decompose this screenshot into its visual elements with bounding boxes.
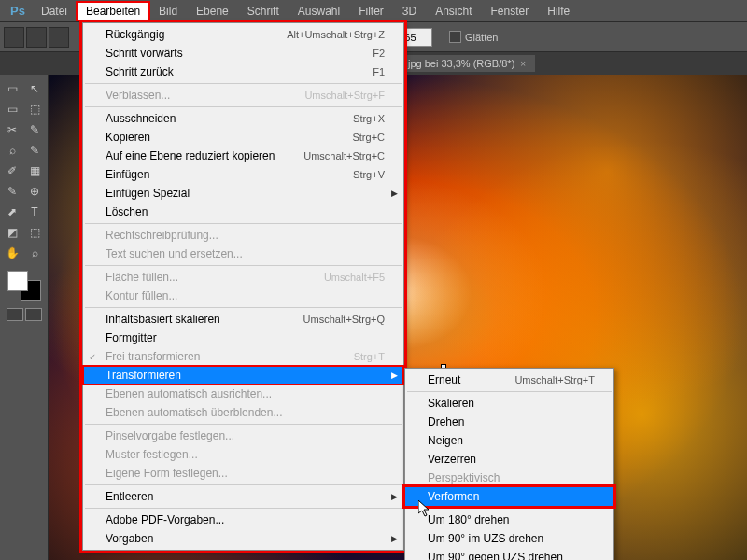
menu-item-label: Frei transformieren bbox=[106, 350, 200, 363]
tool-button[interactable]: ✐ bbox=[2, 161, 22, 181]
menu-shortcut: Umschalt+Strg+C bbox=[303, 150, 385, 161]
tool-button[interactable]: ✂ bbox=[2, 119, 22, 140]
menu-item-label: Löschen bbox=[106, 205, 148, 218]
menu-shortcut: F1 bbox=[373, 66, 385, 77]
submenu-item[interactable]: Verzerren bbox=[405, 450, 613, 469]
tool-button[interactable]: ✎ bbox=[24, 119, 45, 140]
menu-item: Text suchen und ersetzen... bbox=[83, 245, 403, 263]
option-icon[interactable] bbox=[26, 27, 47, 48]
menu-separator bbox=[85, 508, 402, 509]
submenu-item[interactable]: Um 90° gegen UZS drehen bbox=[405, 548, 613, 560]
color-swatches[interactable] bbox=[2, 271, 46, 301]
menu-shortcut: Strg+X bbox=[353, 113, 385, 124]
menu-item[interactable]: Einfügen Spezial▶ bbox=[83, 184, 403, 203]
submenu-item[interactable]: Neigen bbox=[405, 431, 613, 450]
submenu-item[interactable]: Skalieren bbox=[405, 394, 613, 413]
menu-item-auswahl[interactable]: Auswahl bbox=[289, 2, 349, 21]
menu-item[interactable]: EinfügenStrg+V bbox=[83, 165, 403, 184]
menu-item: Pinselvorgabe festlegen... bbox=[83, 427, 403, 445]
submenu-arrow-icon: ▶ bbox=[391, 492, 398, 501]
tool-button[interactable]: ◩ bbox=[2, 222, 22, 243]
menu-item[interactable]: Inhaltsbasiert skalierenUmschalt+Strg+Q bbox=[83, 310, 403, 329]
menu-item-label: Rückgängig bbox=[106, 28, 164, 41]
menu-separator bbox=[85, 83, 402, 84]
tool-button[interactable]: ⬚ bbox=[24, 222, 45, 243]
foreground-swatch[interactable] bbox=[7, 271, 28, 291]
menu-item-datei[interactable]: Datei bbox=[32, 2, 77, 21]
tool-button[interactable]: ⬈ bbox=[2, 202, 22, 222]
menu-item-hilfe[interactable]: Hilfe bbox=[538, 2, 579, 21]
tool-button[interactable]: ▦ bbox=[24, 161, 45, 181]
menu-item[interactable]: Löschen bbox=[83, 203, 403, 221]
menu-item-label: Ausschneiden bbox=[106, 112, 176, 125]
screenmode-icon[interactable] bbox=[25, 308, 42, 321]
submenu-item[interactable]: Verformen bbox=[405, 487, 613, 506]
submenu-arrow-icon: ▶ bbox=[391, 189, 398, 198]
menu-separator bbox=[85, 484, 402, 485]
menu-item[interactable]: KopierenStrg+C bbox=[83, 128, 403, 147]
menu-separator bbox=[85, 223, 402, 224]
tool-button[interactable]: ✎ bbox=[24, 140, 45, 161]
menu-item-label: Einfügen bbox=[106, 168, 149, 181]
tool-button[interactable]: ▭ bbox=[2, 99, 22, 119]
tool-button[interactable]: ✎ bbox=[2, 181, 22, 202]
submenu-arrow-icon: ▶ bbox=[391, 371, 398, 380]
menu-item-bearbeiten[interactable]: Bearbeiten bbox=[77, 2, 149, 21]
submenu-item[interactable]: Drehen bbox=[405, 413, 613, 431]
smooth-checkbox[interactable] bbox=[449, 31, 461, 43]
menu-separator bbox=[407, 391, 612, 392]
menu-item[interactable]: Auf eine Ebene reduziert kopierenUmschal… bbox=[83, 147, 403, 165]
menu-item[interactable]: Schritt vorwärtsF2 bbox=[83, 44, 403, 63]
menu-item-label: Ebenen automatisch ausrichten... bbox=[106, 387, 272, 400]
menu-item-ebene[interactable]: Ebene bbox=[187, 2, 238, 21]
menu-item-label: Perspektivisch bbox=[428, 471, 500, 484]
tool-button[interactable]: ⌕ bbox=[24, 243, 45, 263]
menu-item: Fläche füllen...Umschalt+F5 bbox=[83, 268, 403, 287]
menu-item-fenster[interactable]: Fenster bbox=[482, 2, 539, 21]
menu-item: ✓Frei transformierenStrg+T bbox=[83, 347, 403, 366]
menu-item-3d[interactable]: 3D bbox=[393, 2, 426, 21]
option-icon[interactable] bbox=[49, 27, 69, 48]
menu-item[interactable]: RückgängigAlt+Umschalt+Strg+Z bbox=[83, 25, 403, 44]
menu-item-label: Um 90° gegen UZS drehen bbox=[428, 551, 563, 560]
menu-item[interactable]: AusschneidenStrg+X bbox=[83, 109, 403, 128]
tool-button[interactable]: T bbox=[24, 202, 45, 222]
menu-item-label: Inhaltsbasiert skalieren bbox=[106, 313, 220, 326]
menu-item-label: Text suchen und ersetzen... bbox=[106, 247, 243, 260]
tool-button[interactable]: ▭ bbox=[2, 78, 22, 99]
menu-item-schrift[interactable]: Schrift bbox=[238, 2, 289, 21]
menu-item-label: Ebenen automatisch überblenden... bbox=[106, 406, 282, 419]
menu-item-filter[interactable]: Filter bbox=[349, 2, 393, 21]
tool-button[interactable]: ⌕ bbox=[2, 140, 22, 161]
menu-separator bbox=[85, 424, 402, 425]
menu-item-label: Schritt zurück bbox=[106, 65, 174, 78]
tool-button[interactable]: ⊕ bbox=[24, 181, 45, 202]
menu-item[interactable]: Transformieren▶ bbox=[83, 366, 403, 385]
menu-item[interactable]: Entleeren▶ bbox=[83, 487, 403, 506]
menu-item[interactable]: Vorgaben▶ bbox=[83, 529, 403, 548]
menu-item-ansicht[interactable]: Ansicht bbox=[426, 2, 481, 21]
tool-button[interactable]: ⬚ bbox=[24, 99, 45, 119]
menu-item[interactable]: Adobe PDF-Vorgaben... bbox=[83, 511, 403, 529]
tool-button[interactable]: ↖ bbox=[24, 78, 45, 99]
submenu-item[interactable]: ErneutUmschalt+Strg+T bbox=[405, 371, 613, 389]
tool-panel: ▭↖▭⬚✂✎⌕✎✐▦✎⊕⬈T◩⬚✋⌕ bbox=[0, 75, 49, 560]
menu-item-label: Einfügen Spezial bbox=[106, 187, 190, 200]
menu-item: Verblassen...Umschalt+Strg+F bbox=[83, 86, 403, 105]
menu-item: Muster festlegen... bbox=[83, 445, 403, 464]
menu-item-label: Kontur füllen... bbox=[106, 289, 177, 302]
menu-item: Kontur füllen... bbox=[83, 287, 403, 305]
quickmask-icon[interactable] bbox=[7, 308, 23, 321]
submenu-item[interactable]: Um 90° im UZS drehen bbox=[405, 529, 613, 548]
menu-item-label: Skalieren bbox=[428, 397, 474, 410]
menu-item[interactable]: Schritt zurückF1 bbox=[83, 63, 403, 81]
close-icon[interactable]: × bbox=[520, 59, 526, 69]
tool-preset-icon[interactable] bbox=[4, 27, 24, 48]
submenu-item[interactable]: Um 180° drehen bbox=[405, 511, 613, 529]
menu-item-bild[interactable]: Bild bbox=[149, 2, 187, 21]
menu-item: Ebenen automatisch überblenden... bbox=[83, 403, 403, 422]
submenu-arrow-icon: ▶ bbox=[391, 534, 398, 543]
menu-item[interactable]: Formgitter bbox=[83, 329, 403, 347]
menu-item-label: Rechtschreibprüfung... bbox=[106, 229, 218, 242]
tool-button[interactable]: ✋ bbox=[2, 243, 22, 263]
